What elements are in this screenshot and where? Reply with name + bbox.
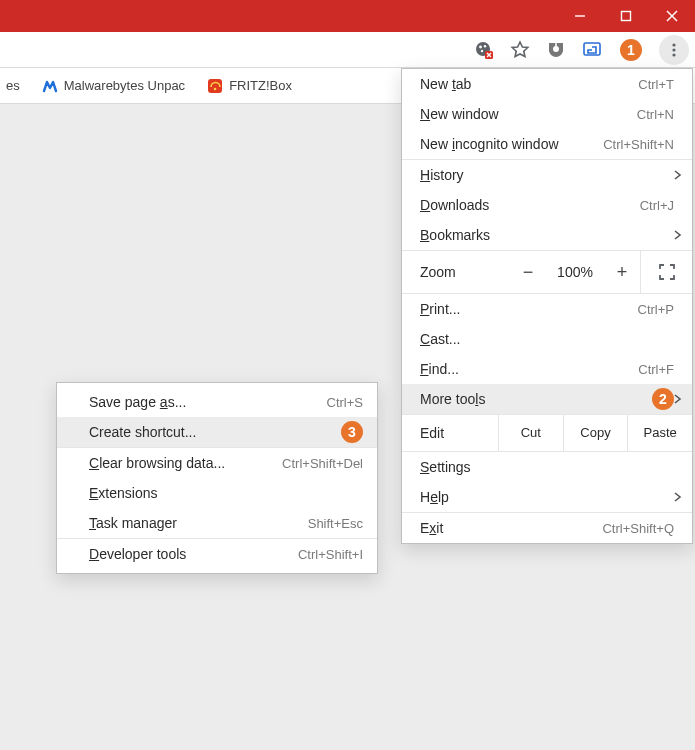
edit-copy-button[interactable]: Copy: [563, 415, 628, 451]
svg-point-7: [481, 50, 483, 52]
cookie-blocked-icon[interactable]: [473, 39, 495, 61]
zoom-in-button[interactable]: +: [604, 262, 640, 283]
malwarebytes-icon: [42, 78, 58, 94]
zoom-out-button[interactable]: −: [510, 262, 546, 283]
chrome-main-menu: New tab Ctrl+T New window Ctrl+N New inc…: [401, 68, 693, 544]
submenu-item-save-page[interactable]: Save page as... Ctrl+S: [57, 387, 377, 417]
window-maximize-button[interactable]: [603, 0, 649, 32]
chevron-right-icon: [674, 391, 682, 407]
svg-point-14: [672, 53, 675, 56]
profile-badge[interactable]: 1: [617, 39, 645, 61]
menu-item-new-incognito[interactable]: New incognito window Ctrl+Shift+N: [402, 129, 692, 159]
chrome-menu-button[interactable]: [659, 35, 689, 65]
svg-point-16: [214, 87, 217, 90]
shortcut-label: Ctrl+S: [327, 395, 363, 410]
chevron-right-icon: [674, 489, 682, 505]
window-titlebar: [0, 0, 695, 32]
shortcut-label: Shift+Esc: [308, 516, 363, 531]
submenu-item-developer-tools[interactable]: Developer tools Ctrl+Shift+I: [57, 539, 377, 569]
svg-point-12: [672, 43, 675, 46]
bookmark-item-cut[interactable]: es: [6, 78, 20, 93]
menu-item-new-window[interactable]: New window Ctrl+N: [402, 99, 692, 129]
svg-rect-10: [555, 43, 557, 46]
menu-item-more-tools[interactable]: More tools 2: [402, 384, 692, 414]
menu-item-print[interactable]: Print... Ctrl+P: [402, 294, 692, 324]
annotation-badge-3: 3: [341, 421, 363, 443]
menu-item-bookmarks[interactable]: Bookmarks: [402, 220, 692, 250]
submenu-item-create-shortcut[interactable]: Create shortcut... 3: [57, 417, 377, 447]
ublock-icon[interactable]: [545, 39, 567, 61]
menu-item-new-tab[interactable]: New tab Ctrl+T: [402, 69, 692, 99]
shortcut-label: Ctrl+P: [638, 302, 674, 317]
bookmark-label: Malwarebytes Unpac: [64, 78, 185, 93]
menu-item-settings[interactable]: Settings: [402, 452, 692, 482]
submenu-item-task-manager[interactable]: Task manager Shift+Esc: [57, 508, 377, 538]
svg-rect-1: [622, 12, 631, 21]
shortcut-label: Ctrl+N: [637, 107, 674, 122]
fullscreen-button[interactable]: [641, 263, 692, 281]
menu-edit-row: Edit Cut Copy Paste: [402, 415, 692, 451]
bookmark-item-fritzbox[interactable]: FRITZ!Box: [207, 78, 292, 94]
blue-app-icon[interactable]: [581, 39, 603, 61]
edit-label: Edit: [402, 425, 498, 441]
menu-item-downloads[interactable]: Downloads Ctrl+J: [402, 190, 692, 220]
browser-toolbar: 1: [0, 32, 695, 68]
svg-point-9: [553, 46, 559, 52]
more-vert-icon: [666, 42, 682, 58]
shortcut-label: Ctrl+F: [638, 362, 674, 377]
star-icon[interactable]: [509, 39, 531, 61]
shortcut-label: Ctrl+Shift+Q: [602, 521, 674, 536]
shortcut-label: Ctrl+Shift+I: [298, 547, 363, 562]
bookmark-label: FRITZ!Box: [229, 78, 292, 93]
submenu-item-extensions[interactable]: Extensions: [57, 478, 377, 508]
annotation-badge-1: 1: [620, 39, 642, 61]
menu-zoom-row: Zoom − 100% +: [402, 251, 692, 293]
fullscreen-icon: [658, 263, 676, 281]
shortcut-label: Ctrl+Shift+N: [603, 137, 674, 152]
window-minimize-button[interactable]: [557, 0, 603, 32]
menu-item-cast[interactable]: Cast...: [402, 324, 692, 354]
shortcut-label: Ctrl+T: [638, 77, 674, 92]
menu-item-find[interactable]: Find... Ctrl+F: [402, 354, 692, 384]
chevron-right-icon: [674, 227, 682, 243]
edit-paste-button[interactable]: Paste: [627, 415, 692, 451]
fritzbox-icon: [207, 78, 223, 94]
edit-cut-button[interactable]: Cut: [498, 415, 563, 451]
more-tools-submenu: Save page as... Ctrl+S Create shortcut..…: [56, 382, 378, 574]
submenu-item-clear-data[interactable]: Clear browsing data... Ctrl+Shift+Del: [57, 448, 377, 478]
menu-item-history[interactable]: History: [402, 160, 692, 190]
svg-point-6: [484, 45, 486, 47]
zoom-label: Zoom: [402, 264, 510, 280]
bookmark-item-malwarebytes[interactable]: Malwarebytes Unpac: [42, 78, 185, 94]
annotation-badge-2: 2: [652, 388, 674, 410]
shortcut-label: Ctrl+Shift+Del: [282, 456, 363, 471]
chevron-right-icon: [674, 167, 682, 183]
window-close-button[interactable]: [649, 0, 695, 32]
svg-point-5: [479, 46, 482, 49]
menu-item-exit[interactable]: Exit Ctrl+Shift+Q: [402, 513, 692, 543]
svg-point-13: [672, 48, 675, 51]
menu-item-help[interactable]: Help: [402, 482, 692, 512]
shortcut-label: Ctrl+J: [640, 198, 674, 213]
zoom-value: 100%: [546, 264, 604, 280]
